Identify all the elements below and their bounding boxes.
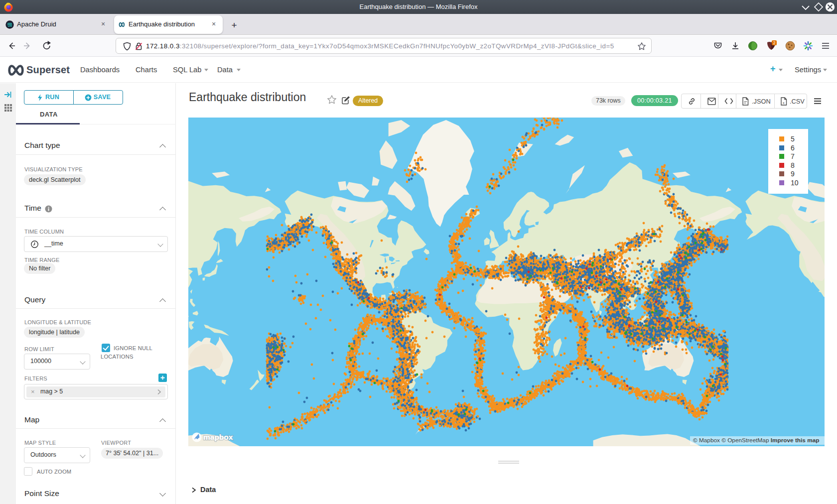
svg-text:x: x [783,101,785,105]
svg-text:2: 2 [773,40,776,45]
svg-text:5: 5 [791,135,795,143]
svg-text:8: 8 [791,161,795,169]
svg-text:10: 10 [791,179,799,187]
svg-text:mapbox: mapbox [203,433,233,441]
svg-text:7: 7 [791,152,795,160]
svg-text:9: 9 [791,170,795,178]
svg-text:6: 6 [791,144,795,152]
svg-text:© Mapbox © OpenStreetMap Impro: © Mapbox © OpenStreetMap Improve this ma… [693,437,819,444]
